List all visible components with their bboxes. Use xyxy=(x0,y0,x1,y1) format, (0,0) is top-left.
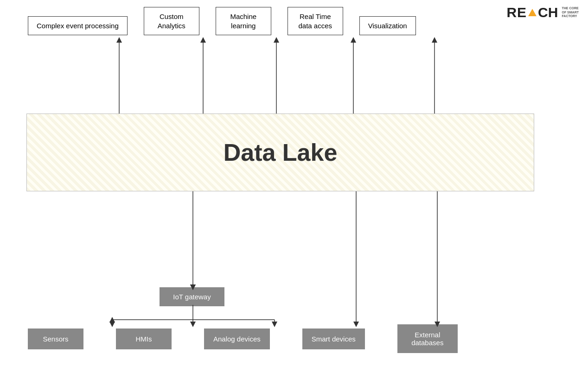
logo-triangle-icon xyxy=(528,9,537,16)
real-time-box: Real Timedata acces xyxy=(288,7,343,35)
logo-subtitle: THE CORE OF SMART FACTORY xyxy=(562,6,579,18)
external-databases-box: Externaldatabases xyxy=(397,324,458,353)
logo-text: RE xyxy=(506,5,527,20)
machine-learning-box: Machinelearning xyxy=(216,7,271,35)
bottom-boxes-container: Sensors HMIs Analog devices Smart device… xyxy=(28,324,458,353)
top-boxes-container: Complex event processing CustomAnalytics… xyxy=(28,7,416,35)
logo-text2: CH xyxy=(538,5,558,20)
iot-gateway-box: IoT gateway xyxy=(160,287,224,306)
custom-analytics-box: CustomAnalytics xyxy=(144,7,199,35)
hmis-box: HMIs xyxy=(116,328,172,349)
analog-devices-box: Analog devices xyxy=(204,328,270,349)
visualization-box: Visualization xyxy=(359,16,416,36)
sensors-box: Sensors xyxy=(28,328,83,349)
data-lake-label: Data Lake xyxy=(224,139,338,166)
data-lake: Data Lake xyxy=(26,114,534,191)
logo: RE CH THE CORE OF SMART FACTORY xyxy=(506,5,579,20)
smart-devices-box: Smart devices xyxy=(302,328,365,349)
complex-event-box: Complex event processing xyxy=(28,16,128,36)
